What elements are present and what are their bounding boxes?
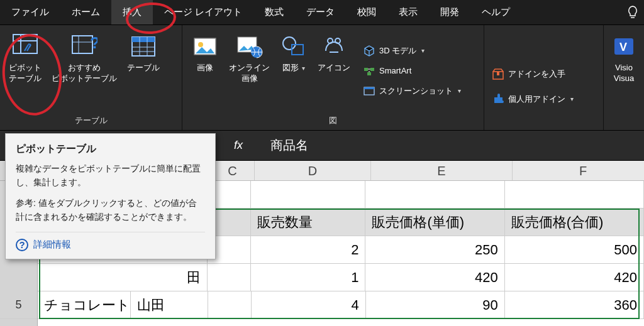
tab-pagelayout[interactable]: ページ レイアウト [153, 0, 253, 24]
svg-text:?: ? [90, 33, 97, 52]
smartart-icon [363, 65, 375, 77]
store-icon [492, 68, 504, 80]
recommended-pivottable-icon: ? [70, 33, 98, 60]
table-row[interactable]: チョコレート 山田 4 90 360 [38, 291, 644, 319]
pictures-icon [191, 33, 219, 60]
cell[interactable]: 2 [251, 236, 365, 263]
my-addins-button[interactable]: 個人用アドイン ▾ [488, 91, 599, 107]
svg-text:V: V [619, 41, 627, 53]
svg-rect-23 [370, 68, 374, 71]
group-tables: ピボット テーブル ? おすすめ ピボットテーブル テーブル テーブル [0, 25, 182, 130]
tab-view[interactable]: 表示 [387, 0, 429, 24]
cell[interactable]: 山田 [131, 291, 208, 318]
online-pictures-button[interactable]: オンライン 画像 [224, 28, 275, 114]
shapes-icon [280, 33, 308, 60]
pivottable-button[interactable]: ピボット テーブル [4, 28, 47, 114]
shapes-label: 図形 ▾ [282, 63, 305, 73]
ribbon-tabs: ファイル ホーム 挿入 ページ レイアウト 数式 データ 校閲 表示 開発 ヘル… [0, 0, 644, 25]
screenshot-button[interactable]: スクリーンショット▾ [359, 83, 465, 99]
tooltip-title: ピボットテーブル [16, 143, 205, 156]
svg-point-18 [283, 37, 296, 50]
tooltip-more-link[interactable]: ? 詳細情報 [16, 232, 205, 251]
group-tables-label: テーブル [4, 114, 178, 129]
pictures-button[interactable]: 画像 [186, 28, 224, 114]
chevron-down-icon: ▾ [300, 65, 305, 72]
cell[interactable]: 1 [251, 264, 365, 291]
col-header[interactable]: C [211, 161, 255, 180]
smartart-label: SmartArt [379, 66, 411, 75]
screenshot-label: スクリーンショット [379, 85, 453, 97]
svg-rect-24 [367, 72, 371, 75]
col-header[interactable]: E [371, 161, 513, 180]
icons-button[interactable]: アイコン [313, 28, 355, 114]
cell[interactable]: 田 [38, 264, 208, 291]
shapes-button[interactable]: 図形 ▾ [275, 28, 313, 114]
ribbon: ピボット テーブル ? おすすめ ピボットテーブル テーブル テーブル [0, 25, 644, 131]
cell[interactable]: 販売数量 [251, 209, 365, 236]
help-icon: ? [16, 239, 28, 251]
group-addins: アドインを入手 個人用アドイン ▾ [484, 25, 604, 130]
svg-rect-22 [364, 68, 368, 71]
cell[interactable] [208, 264, 251, 291]
cube-icon [363, 45, 375, 57]
pivottable-label: ピボット テーブル [9, 63, 42, 84]
get-addins-button[interactable]: アドインを入手 [488, 66, 599, 82]
icons-icon [320, 33, 348, 60]
cell[interactable]: 販売価格(単価) [365, 209, 504, 236]
table-button[interactable]: テーブル [122, 28, 165, 114]
table-label: テーブル [127, 63, 160, 73]
visio-icon: V [610, 33, 638, 60]
cell[interactable]: 420 [505, 264, 644, 291]
cell[interactable]: 4 [252, 291, 366, 318]
col-header[interactable]: D [255, 161, 371, 180]
cell[interactable]: 販売価格(合価) [505, 209, 644, 236]
3d-models-button[interactable]: 3D モデル▾ [359, 43, 465, 59]
tab-data[interactable]: データ [295, 0, 346, 24]
cell[interactable]: 250 [365, 236, 504, 263]
tab-home[interactable]: ホーム [60, 0, 111, 24]
svg-rect-19 [292, 45, 303, 55]
svg-point-15 [198, 42, 203, 47]
group-illustrations-label: 図 [186, 114, 480, 129]
smartart-button[interactable]: SmartArt [359, 63, 465, 79]
tab-file[interactable]: ファイル [0, 0, 60, 24]
pictures-label: 画像 [197, 63, 213, 73]
fx-label[interactable]: fx [234, 139, 259, 152]
cell[interactable]: 90 [366, 291, 505, 318]
recommended-pivottable-label: おすすめ ピボットテーブル [52, 63, 117, 84]
screenshot-icon [363, 85, 375, 97]
get-addins-label: アドインを入手 [508, 68, 565, 80]
cell[interactable] [208, 291, 252, 318]
tab-review[interactable]: 校閲 [346, 0, 387, 24]
svg-rect-26 [364, 87, 374, 89]
online-pictures-label: オンライン 画像 [229, 63, 270, 84]
col-header[interactable]: F [513, 161, 644, 180]
svg-rect-9 [132, 37, 155, 42]
pivottable-icon [11, 33, 39, 60]
icons-label: アイコン [318, 63, 350, 73]
group-visio: V Visio Visua [604, 25, 644, 130]
table-row[interactable]: 田 1 420 420 [38, 264, 644, 291]
visio-button[interactable]: V Visio Visua [608, 28, 640, 87]
tell-me-icon[interactable] [621, 0, 644, 24]
visio-label: Visio Visua [614, 63, 634, 84]
formula-bar-value[interactable]: 商品名 [270, 137, 308, 154]
cell[interactable]: 500 [505, 236, 644, 263]
cell[interactable]: 360 [505, 291, 644, 318]
cell[interactable]: チョコレート [38, 291, 131, 318]
tooltip-body: 複雑なデータをピボットテーブルに簡単に配置し、集計します。 [16, 162, 205, 189]
row-number[interactable]: 5 [0, 291, 37, 319]
chevron-down-icon: ▾ [570, 95, 574, 102]
tab-developer[interactable]: 開発 [429, 0, 470, 24]
tooltip-more-label: 詳細情報 [33, 239, 71, 251]
recommended-pivottable-button[interactable]: ? おすすめ ピボットテーブル [47, 28, 122, 114]
tab-help[interactable]: ヘルプ [470, 0, 521, 24]
chevron-down-icon: ▾ [421, 47, 425, 54]
tab-formulas[interactable]: 数式 [253, 0, 295, 24]
group-illustrations: 画像 オンライン 画像 図形 ▾ [182, 25, 484, 130]
my-addins-label: 個人用アドイン [508, 94, 565, 105]
cell[interactable]: 420 [365, 264, 504, 291]
tab-insert[interactable]: 挿入 [111, 0, 153, 24]
tooltip-body: 参考: 値をダブルクリックすると、どの値が合計に含まれるかを確認することができま… [16, 197, 205, 224]
tooltip-pivottable: ピボットテーブル 複雑なデータをピボットテーブルに簡単に配置し、集計します。 参… [5, 133, 216, 259]
